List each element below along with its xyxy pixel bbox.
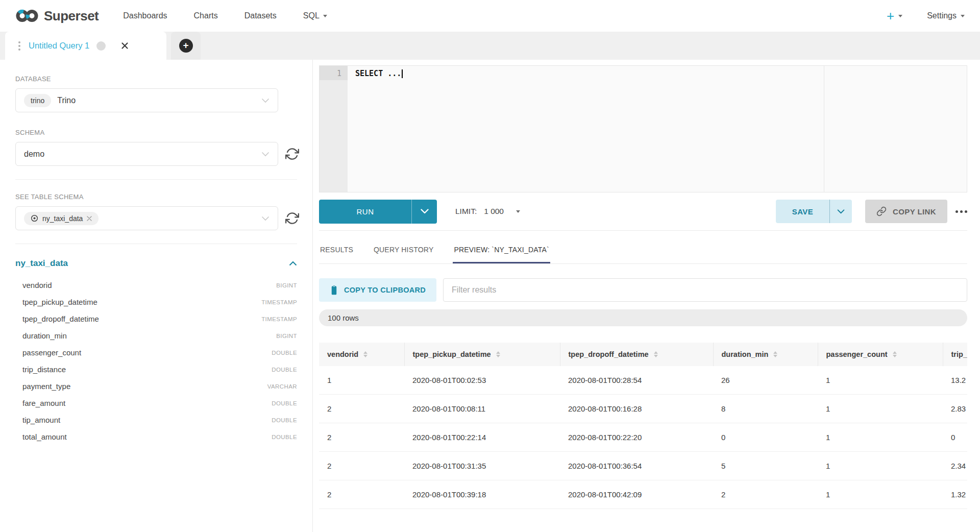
database-value: Trino xyxy=(57,96,76,105)
schema-column: tpep_pickup_datetimeTIMESTAMP xyxy=(15,294,297,310)
nav-charts[interactable]: Charts xyxy=(194,11,218,20)
database-label: DATABASE xyxy=(15,75,297,83)
nav-dashboards[interactable]: Dashboards xyxy=(123,11,167,20)
chevron-down-icon xyxy=(261,216,270,221)
copy-to-clipboard-label: COPY TO CLIPBOARD xyxy=(344,286,426,294)
run-options-button[interactable] xyxy=(411,200,437,224)
superset-logo[interactable]: Superset xyxy=(15,8,99,24)
limit-label: LIMIT: xyxy=(455,207,477,216)
nav-sql[interactable]: SQL xyxy=(303,11,327,20)
limit-value: 1 000 xyxy=(484,207,504,216)
filter-results-input[interactable] xyxy=(443,278,967,302)
table-schema-label: SEE TABLE SCHEMA xyxy=(15,193,297,201)
results-header-row: vendorid tpep_pickup_datetime tpep_dropo… xyxy=(319,343,967,366)
column-header-pickup[interactable]: tpep_pickup_datetime xyxy=(404,343,560,366)
chevron-down-icon xyxy=(898,15,902,17)
table-row: 22020-08-01T00:08:112020-08-01T00:16:288… xyxy=(319,395,967,423)
nav-datasets[interactable]: Datasets xyxy=(244,11,277,20)
run-button[interactable]: RUN xyxy=(319,200,437,224)
schema-column: tpep_dropoff_datetimeTIMESTAMP xyxy=(15,310,297,327)
chevron-down-icon xyxy=(261,98,270,103)
new-item-menu[interactable]: + xyxy=(887,9,902,22)
save-options-button[interactable] xyxy=(829,200,852,223)
column-header-duration[interactable]: duration_min xyxy=(713,343,818,366)
sort-icon[interactable] xyxy=(893,351,897,357)
sql-code: SELECT ... xyxy=(355,69,401,78)
chevron-down-icon xyxy=(516,210,520,213)
refresh-table-icon[interactable] xyxy=(285,211,299,225)
table-schema-title: ny_taxi_data xyxy=(15,258,68,269)
sort-icon[interactable] xyxy=(654,351,658,357)
clipboard-icon xyxy=(330,285,338,295)
main-nav: Dashboards Charts Datasets SQL xyxy=(123,11,327,20)
results-controls: COPY TO CLIPBOARD xyxy=(319,278,967,302)
chevron-up-icon[interactable] xyxy=(289,261,297,266)
plus-icon: + xyxy=(887,9,894,22)
query-state-dot xyxy=(96,41,106,51)
save-button-label[interactable]: SAVE xyxy=(776,200,829,223)
database-pill: trino xyxy=(24,94,51,107)
copy-link-button[interactable]: COPY LINK xyxy=(865,200,947,223)
print-margin-line xyxy=(824,66,824,192)
column-header-dropoff[interactable]: tpep_dropoff_datetime xyxy=(560,343,713,366)
editor-code-area[interactable]: SELECT ... xyxy=(348,66,967,192)
sidebar-divider xyxy=(15,179,297,180)
column-header-trip-distance[interactable]: trip_distance xyxy=(943,343,967,366)
text-cursor xyxy=(402,69,403,78)
schema-column: duration_minBIGINT xyxy=(15,327,297,344)
app-header: Superset Dashboards Charts Datasets SQL … xyxy=(0,0,980,32)
line-number: 1 xyxy=(320,66,348,80)
plus-icon: + xyxy=(179,39,193,53)
link-icon xyxy=(876,206,887,216)
close-icon[interactable] xyxy=(121,42,129,50)
table-pill-label: ny_taxi_data xyxy=(42,214,83,223)
schema-column: payment_typeVARCHAR xyxy=(15,378,297,395)
copy-link-label: COPY LINK xyxy=(893,207,936,216)
row-count-badge: 100 rows xyxy=(319,309,967,326)
header-right: + Settings xyxy=(887,9,965,22)
chevron-down-icon xyxy=(961,15,965,17)
column-header-vendorid[interactable]: vendorid xyxy=(319,343,404,366)
schema-value: demo xyxy=(24,150,44,159)
table-pill: ny_taxi_data xyxy=(24,212,99,225)
more-options-icon[interactable] xyxy=(955,210,967,213)
tab-query-history[interactable]: QUERY HISTORY xyxy=(373,239,435,263)
refresh-schema-icon[interactable] xyxy=(285,147,299,161)
schema-select[interactable]: demo xyxy=(15,142,278,166)
drag-dots-icon[interactable] xyxy=(18,41,20,51)
table-row: 22020-08-01T00:31:352020-08-01T00:36:545… xyxy=(319,452,967,480)
content: DATABASE trino Trino SCHEMA demo xyxy=(0,60,980,532)
superset-infinity-icon xyxy=(15,8,39,23)
schema-column-list: vendoridBIGINT tpep_pickup_datetimeTIMES… xyxy=(15,277,297,445)
query-tab-active[interactable]: Untitled Query 1 xyxy=(5,32,166,60)
sql-editor[interactable]: 1 SELECT ... xyxy=(319,65,967,192)
settings-menu[interactable]: Settings xyxy=(927,11,965,20)
run-button-label[interactable]: RUN xyxy=(319,200,411,224)
database-select[interactable]: trino Trino xyxy=(15,88,278,112)
sort-icon[interactable] xyxy=(773,351,777,357)
tab-results[interactable]: RESULTS xyxy=(319,239,354,263)
schema-label: SCHEMA xyxy=(15,129,297,136)
brand-name: Superset xyxy=(44,8,99,24)
remove-table-icon[interactable] xyxy=(87,216,92,221)
sort-icon[interactable] xyxy=(496,351,500,357)
schema-column: trip_distanceDOUBLE xyxy=(15,361,297,378)
query-tab-strip: Untitled Query 1 + xyxy=(0,32,980,60)
table-row: 22020-08-01T00:39:182020-08-01T00:42:092… xyxy=(319,480,967,509)
table-select[interactable]: ny_taxi_data xyxy=(15,206,278,230)
table-row: 22020-08-01T00:22:142020-08-01T00:22:200… xyxy=(319,423,967,452)
south-pane-tabs: RESULTS QUERY HISTORY PREVIEW: `NY_TAXI_… xyxy=(319,239,967,264)
query-tab-title: Untitled Query 1 xyxy=(29,41,89,51)
sidebar: DATABASE trino Trino SCHEMA demo xyxy=(0,60,313,532)
chevron-down-icon xyxy=(323,15,327,17)
schema-column: passenger_countDOUBLE xyxy=(15,344,297,361)
limit-dropdown[interactable]: LIMIT:1 000 xyxy=(455,207,520,216)
schema-column: vendoridBIGINT xyxy=(15,277,297,294)
copy-to-clipboard-button[interactable]: COPY TO CLIPBOARD xyxy=(319,278,436,302)
column-header-passenger[interactable]: passenger_count xyxy=(818,343,943,366)
tab-preview[interactable]: PREVIEW: `NY_TAXI_DATA` xyxy=(453,239,550,263)
save-button[interactable]: SAVE xyxy=(776,200,852,223)
sort-icon[interactable] xyxy=(363,351,368,357)
schema-column: fare_amountDOUBLE xyxy=(15,395,297,412)
add-query-tab-button[interactable]: + xyxy=(171,32,201,60)
